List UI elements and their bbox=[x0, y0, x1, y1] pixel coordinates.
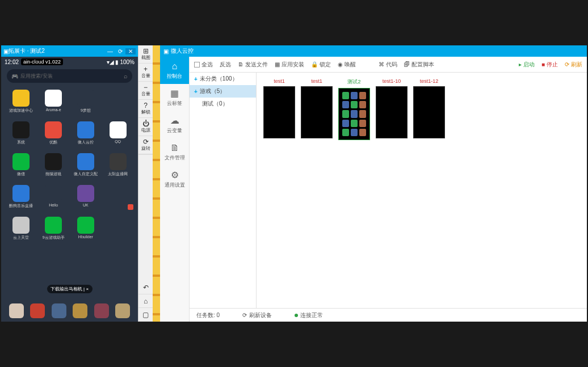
cloud-nav: ⌂控制台▦云标签☁云变量🗎文件管理⚙通用设置 bbox=[160, 57, 190, 322]
app-item[interactable]: 9云游戏助手 bbox=[39, 217, 68, 241]
app-item[interactable]: Aroma-e bbox=[39, 90, 68, 113]
app-item[interactable]: 微信 bbox=[7, 153, 36, 177]
app-label: 优酷 bbox=[49, 140, 57, 145]
file-icon: 🗎 bbox=[238, 61, 243, 68]
minimize-button[interactable]: — bbox=[105, 48, 115, 54]
tool-旋转[interactable]: ⟳旋转 bbox=[138, 136, 153, 154]
tree-item[interactable]: +游戏（5） bbox=[190, 85, 256, 98]
app-item[interactable]: 酷狗音乐直播 bbox=[7, 185, 36, 209]
device-thumb bbox=[263, 86, 295, 138]
app-item[interactable]: 熊猫游戏 bbox=[39, 153, 68, 177]
nav-button[interactable]: ↶ bbox=[138, 281, 153, 294]
refresh-devices[interactable]: ⟳刷新设备 bbox=[242, 311, 272, 319]
refresh-icon: ⟳ bbox=[242, 312, 247, 318]
app-label: 熊猫游戏 bbox=[45, 171, 61, 177]
tool-icon: + bbox=[144, 66, 148, 73]
app-item[interactable]: UK bbox=[72, 185, 100, 209]
app-item[interactable]: 优酷 bbox=[39, 121, 68, 145]
app-item[interactable]: 微人云控 bbox=[72, 121, 100, 145]
tool-截图[interactable]: ⊞截图 bbox=[138, 45, 153, 64]
cloud-main: 全选 反选 🗎发送文件 ▦应用安装 🔒锁定 ◉唤醒 ⌘代码 🗐配置脚本 ▸启动 … bbox=[190, 57, 587, 322]
nav-云变量[interactable]: ☁云变量 bbox=[160, 111, 189, 138]
app-label: 系统 bbox=[17, 140, 25, 145]
nav-button[interactable]: ⌂ bbox=[138, 294, 153, 308]
nav-云标签[interactable]: ▦云标签 bbox=[160, 84, 189, 111]
nav-文件管理[interactable]: 🗎文件管理 bbox=[160, 138, 189, 166]
device-card[interactable]: test1-12 bbox=[413, 78, 445, 138]
script-action[interactable]: 🗐配置脚本 bbox=[404, 61, 434, 69]
app-icon: ▣ bbox=[3, 48, 9, 54]
tree-panel: +未分类（100）+游戏（5）测试（0） bbox=[190, 73, 257, 308]
select-all-action[interactable]: 全选 bbox=[194, 61, 213, 69]
cloud-window: ▣ 微人云控 ⌂控制台▦云标签☁云变量🗎文件管理⚙通用设置 全选 反选 🗎发送文… bbox=[160, 45, 587, 322]
app-label: 微人云控 bbox=[78, 140, 94, 145]
tool-音量[interactable]: +音量 bbox=[138, 64, 153, 82]
device-card[interactable]: test1 bbox=[263, 78, 295, 138]
device-label: test1 bbox=[274, 78, 285, 84]
wake-action[interactable]: ◉唤醒 bbox=[338, 61, 356, 69]
device-card[interactable]: test1 bbox=[301, 78, 333, 138]
cloud-titlebar: ▣ 微人云控 bbox=[160, 45, 587, 57]
tool-icon: ⏻ bbox=[142, 120, 149, 127]
lock-action[interactable]: 🔒锁定 bbox=[311, 61, 331, 69]
app-item[interactable]: 游戏加速中心 bbox=[7, 90, 36, 113]
app-label: 酷狗音乐直播 bbox=[9, 203, 33, 209]
dock-bubble[interactable]: 下载输出马相机 | × bbox=[47, 285, 93, 293]
search-bar[interactable]: 🎮 应用搜索/安装 ⌕ bbox=[7, 69, 132, 83]
app-item[interactable]: Hello bbox=[39, 185, 68, 209]
nav-icon: 🗎 bbox=[170, 143, 179, 153]
app-label: 9云游戏助手 bbox=[43, 235, 65, 241]
app-item[interactable]: QQ bbox=[103, 121, 132, 145]
device-card[interactable]: 测试2 bbox=[338, 78, 370, 140]
dock-app[interactable] bbox=[73, 303, 87, 318]
app-item[interactable]: 太阳直播网 bbox=[103, 153, 132, 177]
nav-button[interactable]: ▢ bbox=[138, 308, 153, 322]
tool-解锁[interactable]: ?解锁 bbox=[138, 100, 153, 118]
bell-icon: ◉ bbox=[338, 61, 343, 68]
app-item[interactable]: 云上天堂 bbox=[7, 217, 36, 241]
dock-app[interactable] bbox=[115, 303, 130, 318]
notification-dot[interactable] bbox=[128, 204, 133, 210]
device-thumb bbox=[413, 86, 445, 138]
app-item[interactable]: 9梦想 bbox=[72, 90, 100, 113]
app-item[interactable]: 系统 bbox=[7, 121, 36, 145]
nav-控制台[interactable]: ⌂控制台 bbox=[160, 57, 189, 84]
emulator-title: 拓展卡 · 测试2 bbox=[9, 47, 105, 55]
clock: 12:02 bbox=[5, 59, 19, 65]
device-label: test1 bbox=[311, 78, 322, 84]
close-button[interactable]: ✕ bbox=[125, 48, 136, 54]
app-label: Hbuilder bbox=[78, 235, 93, 239]
device-area: test1test1测试2test1-10test1-12 bbox=[257, 73, 587, 308]
code-icon: ⌘ bbox=[379, 61, 384, 68]
window-divider[interactable] bbox=[153, 45, 160, 322]
install-app-action[interactable]: ▦应用安装 bbox=[275, 61, 304, 69]
reload-button[interactable]: ⟳ bbox=[115, 48, 125, 54]
dock-app[interactable] bbox=[9, 303, 24, 318]
tool-音量[interactable]: −音量 bbox=[138, 82, 153, 100]
start-action[interactable]: ▸启动 bbox=[519, 61, 535, 69]
cloud-title: 微人云控 bbox=[171, 47, 194, 55]
device-card[interactable]: test1-10 bbox=[376, 78, 408, 138]
search-placeholder: 应用搜索/安装 bbox=[20, 73, 124, 80]
dock-app[interactable] bbox=[30, 303, 45, 318]
tool-电源[interactable]: ⏻电源 bbox=[138, 118, 153, 136]
tree-item[interactable]: 测试（0） bbox=[190, 98, 256, 110]
code-action[interactable]: ⌘代码 bbox=[379, 61, 397, 69]
app-icon bbox=[12, 90, 30, 107]
invert-action[interactable]: 反选 bbox=[220, 61, 231, 69]
nav-icon: ⚙ bbox=[171, 170, 179, 180]
tree-item[interactable]: +未分类（100） bbox=[190, 73, 256, 85]
dock-app[interactable] bbox=[52, 303, 66, 318]
app-icon bbox=[12, 153, 30, 170]
app-item[interactable]: 微人自定义配置 bbox=[72, 153, 100, 177]
refresh-action[interactable]: ⟳刷新 bbox=[565, 61, 582, 69]
nav-通用设置[interactable]: ⚙通用设置 bbox=[160, 166, 189, 193]
tool-icon: ⊞ bbox=[143, 48, 149, 54]
plus-icon: + bbox=[194, 88, 198, 95]
send-file-action[interactable]: 🗎发送文件 bbox=[238, 61, 268, 69]
dock-app[interactable] bbox=[94, 303, 109, 318]
app-item[interactable]: Hbuilder bbox=[72, 217, 100, 241]
stop-action[interactable]: ■停止 bbox=[541, 61, 558, 69]
search-icon: ⌕ bbox=[124, 73, 128, 79]
nav-icon: ▦ bbox=[170, 88, 179, 99]
